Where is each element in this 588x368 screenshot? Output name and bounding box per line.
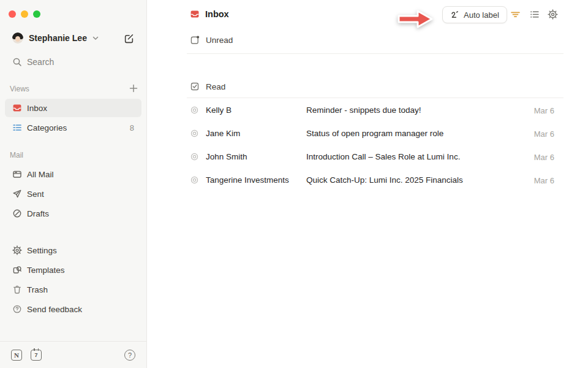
sidebar-item-label: Send feedback xyxy=(27,305,82,314)
mail-section-label: Mail xyxy=(10,151,23,159)
chevron-down-icon xyxy=(92,35,99,41)
gear-icon xyxy=(12,245,22,255)
read-section-header[interactable]: Read xyxy=(190,80,225,93)
sidebar-item-categories[interactable]: Categories 8 xyxy=(5,118,141,137)
profile-name: Stephanie Lee xyxy=(29,33,87,43)
sidebar-footer: N 7 ? xyxy=(0,341,146,368)
email-row[interactable]: Jane Kim Status of open program manager … xyxy=(148,122,588,145)
email-date: Mar 6 xyxy=(534,106,554,115)
sidebar-item-label: Settings xyxy=(27,246,57,255)
sidebar-item-send-feedback[interactable]: Send feedback xyxy=(5,300,141,318)
read-label: Read xyxy=(206,82,225,91)
minimize-window-button[interactable] xyxy=(21,10,28,18)
add-view-button[interactable] xyxy=(129,84,138,93)
question-circle-icon xyxy=(12,304,22,314)
email-subject: Reminder - snippets due today! xyxy=(306,105,514,115)
send-icon xyxy=(12,189,22,199)
sidebar-item-all-mail[interactable]: All Mail xyxy=(5,165,141,183)
page-title: Inbox xyxy=(205,9,229,19)
sidebar-item-label: Inbox xyxy=(27,104,47,113)
sidebar-item-inbox[interactable]: Inbox xyxy=(5,99,141,117)
templates-icon xyxy=(12,265,22,275)
auto-label-icon xyxy=(450,10,459,19)
search-input[interactable]: Search xyxy=(5,53,141,71)
inbox-icon xyxy=(12,103,22,113)
sidebar-item-drafts[interactable]: Drafts xyxy=(5,204,141,223)
email-sender: Tangerine Investments xyxy=(206,175,304,185)
read-status-icon[interactable] xyxy=(190,152,199,161)
views-section-label: Views xyxy=(10,85,29,93)
sidebar-item-label: Categories xyxy=(27,123,67,132)
email-subject: Introduction Call – Sales Role at Lumi I… xyxy=(306,152,514,161)
email-sender: Jane Kim xyxy=(206,129,304,138)
email-subject: Status of open program manager role xyxy=(306,129,514,138)
read-status-icon[interactable] xyxy=(190,105,199,115)
sidebar: Stephanie Lee Search Views Inbox Categor… xyxy=(0,0,147,368)
draft-pencil-icon xyxy=(12,209,22,218)
auto-label-button-label: Auto label xyxy=(464,10,499,20)
email-row[interactable]: Tangerine Investments Quick Catch-Up: Lu… xyxy=(148,169,588,192)
sidebar-item-label: Sent xyxy=(27,190,44,199)
calendar-app-icon[interactable]: 7 xyxy=(31,350,42,361)
zoom-window-button[interactable] xyxy=(33,10,40,18)
account-switcher[interactable]: Stephanie Lee xyxy=(5,29,141,47)
all-mail-icon xyxy=(12,169,22,179)
sidebar-item-label: All Mail xyxy=(27,170,54,179)
categories-count-badge: 8 xyxy=(130,123,134,132)
email-list: Kelly B Reminder - snippets due today! M… xyxy=(148,99,588,192)
avatar xyxy=(12,33,23,44)
view-settings-gear-button[interactable] xyxy=(548,9,558,20)
trash-icon xyxy=(12,285,22,294)
email-date: Mar 6 xyxy=(534,176,554,185)
annotation-arrow-icon xyxy=(396,8,435,30)
sidebar-item-sent[interactable]: Sent xyxy=(5,185,141,203)
email-row[interactable]: Kelly B Reminder - snippets due today! M… xyxy=(148,99,588,122)
email-date: Mar 6 xyxy=(534,153,554,162)
compose-button[interactable] xyxy=(124,33,134,44)
list-view-button[interactable] xyxy=(529,9,540,20)
inbox-icon xyxy=(190,9,200,19)
email-sender: Kelly B xyxy=(206,105,304,115)
auto-label-button[interactable]: Auto label xyxy=(442,6,507,23)
unread-icon xyxy=(190,35,200,45)
email-subject: Quick Catch-Up: Lumi Inc. 2025 Financial… xyxy=(306,175,514,185)
section-divider xyxy=(187,53,564,54)
help-icon[interactable]: ? xyxy=(124,350,135,361)
mail-list-pane: Inbox Auto label Unread Read xyxy=(148,0,588,368)
categories-list-icon xyxy=(12,123,22,132)
close-window-button[interactable] xyxy=(9,10,16,18)
sidebar-item-label: Drafts xyxy=(27,209,49,218)
read-status-icon[interactable] xyxy=(190,175,199,185)
window-controls xyxy=(9,10,40,18)
email-sender: John Smith xyxy=(206,152,304,161)
notion-mail-app-icon[interactable]: N xyxy=(11,350,22,361)
search-label: Search xyxy=(27,57,54,67)
sidebar-item-label: Templates xyxy=(27,266,65,275)
sidebar-item-templates[interactable]: Templates xyxy=(5,261,141,279)
filter-button[interactable] xyxy=(510,9,521,20)
section-divider xyxy=(187,98,564,98)
unread-label: Unread xyxy=(206,36,233,45)
email-row[interactable]: John Smith Introduction Call – Sales Rol… xyxy=(148,145,588,169)
sidebar-item-label: Trash xyxy=(27,285,48,294)
read-status-icon[interactable] xyxy=(190,129,199,138)
search-icon xyxy=(12,57,22,67)
email-date: Mar 6 xyxy=(534,129,554,139)
checkbox-checked-icon xyxy=(190,82,200,91)
sidebar-item-settings[interactable]: Settings xyxy=(5,241,141,259)
sidebar-item-trash[interactable]: Trash xyxy=(5,280,141,299)
main-header: Inbox xyxy=(190,8,229,20)
unread-section-header[interactable]: Unread xyxy=(190,33,233,47)
